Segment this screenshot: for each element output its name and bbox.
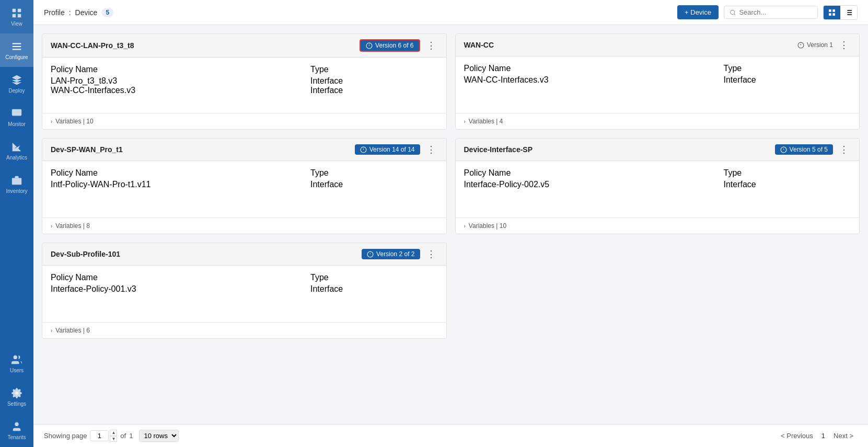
- info-icon-3: [360, 146, 367, 153]
- profile-card-3: Dev-SP-WAN_Pro_t1 Version 14 of 14 ⋮ Pol…: [42, 138, 447, 234]
- version-badge-3[interactable]: Version 14 of 14: [355, 144, 420, 155]
- card-header-2: WAN-CC Version 1 ⋮: [456, 34, 860, 56]
- card-title-4: Device-Interface-SP: [464, 145, 533, 154]
- version-badge-2[interactable]: Version 1: [797, 41, 833, 49]
- policy-type-1-1: Interface: [310, 86, 438, 95]
- page-up-button[interactable]: ▲: [110, 430, 117, 436]
- card-title-1: WAN-CC-LAN-Pro_t3_t8: [51, 41, 134, 50]
- policy-col-name-3: Policy Name: [51, 168, 305, 178]
- variables-row-1[interactable]: › Variables | 10: [42, 113, 446, 129]
- variables-row-5[interactable]: › Variables | 6: [42, 322, 446, 338]
- of-label: of: [120, 432, 126, 440]
- version-badge-1[interactable]: Version 6 of 6: [360, 39, 420, 52]
- svg-rect-1: [18, 8, 21, 12]
- svg-rect-13: [829, 9, 831, 12]
- view-toggle: [823, 5, 858, 20]
- breadcrumb-page: Device: [75, 8, 98, 17]
- card-title-5: Dev-Sub-Profile-101: [51, 250, 120, 258]
- add-device-button[interactable]: + Device: [677, 5, 719, 19]
- grid-view-button[interactable]: [824, 6, 840, 19]
- sidebar-item-inventory[interactable]: Inventory: [0, 167, 33, 201]
- version-label-1: Version 6 of 6: [375, 42, 413, 49]
- sidebar-item-tenants[interactable]: Tenants: [0, 414, 33, 447]
- version-badge-4[interactable]: Version 5 of 5: [775, 144, 833, 155]
- sidebar-item-analytics[interactable]: Analytics: [0, 134, 33, 167]
- search-input[interactable]: [739, 8, 812, 16]
- breadcrumb: Profile : Device 5: [44, 8, 113, 17]
- empty-slot: [455, 243, 860, 339]
- sidebar-item-view[interactable]: View: [0, 0, 33, 33]
- list-view-button[interactable]: [840, 6, 857, 19]
- main-content: Profile : Device 5 + Device: [33, 0, 868, 447]
- policy-col-type-3: Type: [310, 168, 438, 178]
- more-button-3[interactable]: ⋮: [424, 144, 438, 155]
- sidebar-item-configure[interactable]: Configure: [0, 33, 33, 67]
- content-area: WAN-CC-LAN-Pro_t3_t8 Version 6 of 6 ⋮ Po…: [33, 25, 868, 424]
- variables-label-3: Variables | 8: [55, 222, 90, 230]
- card-header-right-1: Version 6 of 6 ⋮: [360, 39, 437, 52]
- sidebar-item-label: Users: [10, 368, 24, 373]
- card-title-2: WAN-CC: [464, 41, 494, 49]
- page-input-wrapper: ▲ ▼: [90, 430, 117, 442]
- info-icon-1: [366, 42, 373, 49]
- variables-row-4[interactable]: › Variables | 10: [456, 217, 860, 234]
- search-icon: [730, 9, 736, 16]
- sidebar-item-users[interactable]: Users: [0, 347, 33, 380]
- policy-type-4-0: Interface: [724, 180, 851, 189]
- rows-select[interactable]: 10 rows 25 rows 50 rows: [139, 430, 179, 442]
- more-button-2[interactable]: ⋮: [837, 39, 851, 51]
- more-button-4[interactable]: ⋮: [837, 144, 851, 155]
- sidebar-item-label: Monitor: [8, 121, 25, 127]
- info-icon-5: [367, 251, 374, 258]
- analytics-icon: [11, 141, 22, 153]
- variables-row-2[interactable]: › Variables | 4: [456, 113, 860, 129]
- variables-label-4: Variables | 10: [469, 222, 506, 230]
- policy-type-1-0: Interface: [310, 76, 438, 86]
- more-button-1[interactable]: ⋮: [424, 40, 438, 51]
- policy-col-type-4: Type: [724, 168, 851, 178]
- sidebar-item-label: Deploy: [8, 88, 25, 94]
- card-header-right-4: Version 5 of 5 ⋮: [775, 144, 851, 155]
- sidebar-item-settings[interactable]: Settings: [0, 380, 33, 414]
- version-badge-5[interactable]: Version 2 of 2: [362, 249, 420, 259]
- svg-rect-16: [832, 13, 835, 16]
- sidebar-item-monitor[interactable]: Monitor: [0, 100, 33, 134]
- card-body-4: Policy Name Type Interface-Policy-002.v5…: [456, 161, 860, 217]
- grid-icon: [828, 8, 836, 17]
- policy-col-type-5: Type: [310, 273, 438, 282]
- policy-type-3-0: Interface: [310, 180, 438, 189]
- card-header-4: Device-Interface-SP Version 5 of 5 ⋮: [456, 139, 860, 161]
- sidebar-item-label: View: [11, 21, 22, 27]
- header-actions: + Device: [677, 5, 858, 20]
- chevron-icon-3: ›: [51, 223, 52, 229]
- version-label-5: Version 2 of 2: [376, 250, 414, 258]
- card-header-1: WAN-CC-LAN-Pro_t3_t8 Version 6 of 6 ⋮: [42, 34, 446, 58]
- search-box[interactable]: [724, 6, 818, 19]
- page-header: Profile : Device 5 + Device: [33, 0, 868, 25]
- sidebar-item-label: Analytics: [6, 155, 27, 161]
- variables-row-3[interactable]: › Variables | 8: [42, 217, 446, 234]
- gear-icon: [11, 387, 22, 399]
- next-button[interactable]: Next >: [829, 430, 858, 442]
- chevron-icon-5: ›: [51, 328, 52, 334]
- sidebar-item-label: Settings: [7, 401, 26, 407]
- list-icon: [844, 8, 853, 17]
- pagination-info: Showing page ▲ ▼ of 1 10 rows 25 rows 50…: [44, 430, 179, 442]
- card-body-2: Policy Name Type WAN-CC-Interfaces.v3 In…: [456, 56, 860, 113]
- more-button-5[interactable]: ⋮: [424, 248, 438, 260]
- previous-button[interactable]: < Previous: [777, 430, 817, 442]
- sidebar-item-deploy[interactable]: Deploy: [0, 67, 33, 100]
- sidebar-item-label: Configure: [5, 54, 28, 60]
- policy-type-5-0: Interface: [310, 284, 438, 294]
- info-icon-2: [797, 42, 804, 49]
- card-header-3: Dev-SP-WAN_Pro_t1 Version 14 of 14 ⋮: [42, 139, 446, 161]
- policy-col-name-2: Policy Name: [464, 64, 719, 73]
- page-footer: Showing page ▲ ▼ of 1 10 rows 25 rows 50…: [33, 424, 868, 447]
- page-input[interactable]: [90, 430, 109, 441]
- page-down-button[interactable]: ▼: [110, 436, 117, 442]
- chevron-icon-2: ›: [464, 119, 466, 124]
- policy-col-type: Type: [310, 65, 438, 74]
- svg-rect-2: [13, 14, 16, 17]
- count-badge: 5: [101, 8, 113, 17]
- policy-name-1-0: LAN-Pro_t3_t8.v3: [51, 76, 305, 86]
